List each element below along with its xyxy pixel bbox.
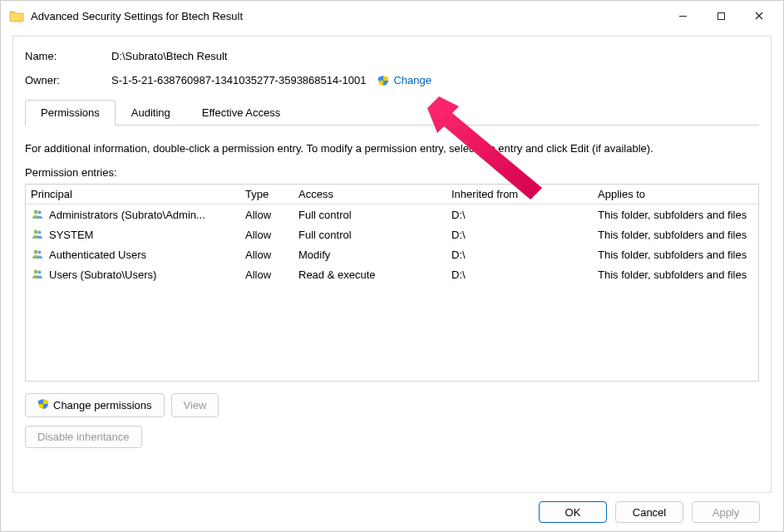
entries-label: Permission entries: (25, 166, 759, 179)
col-access[interactable]: Access (298, 188, 451, 200)
shield-icon (377, 75, 389, 86)
bottom-bar: OK Cancel Apply (12, 493, 772, 531)
svg-point-9 (37, 250, 41, 254)
name-label: Name: (25, 50, 111, 62)
cell-access: Full control (298, 229, 451, 241)
cell-inherited: D:\ (451, 268, 598, 281)
titlebar: Advanced Security Settings for Btech Res… (1, 1, 783, 31)
table-row[interactable]: SYSTEM Allow Full control D:\ This folde… (26, 224, 758, 244)
close-button[interactable] (740, 3, 778, 28)
users-icon (31, 228, 49, 241)
cell-inherited: D:\ (451, 229, 598, 241)
col-type[interactable]: Type (245, 188, 298, 200)
cell-access: Read & execute (298, 268, 451, 281)
tab-effective-access[interactable]: Effective Access (186, 100, 296, 125)
svg-point-11 (37, 270, 41, 273)
cell-inherited: D:\ (451, 209, 598, 221)
svg-point-5 (37, 210, 41, 214)
cancel-button[interactable]: Cancel (615, 501, 683, 523)
view-button[interactable]: View (171, 393, 219, 417)
button-row-2: Disable inheritance (25, 426, 759, 448)
instruction-text: For additional information, double-click… (25, 142, 759, 155)
cell-applies: This folder, subfolders and files (598, 249, 758, 261)
cell-type: Allow (245, 209, 298, 221)
disable-inheritance-label: Disable inheritance (37, 431, 130, 443)
users-icon (31, 268, 49, 281)
svg-rect-1 (717, 12, 724, 19)
content-area: Name: D:\Subrato\Btech Result Owner: S-1… (1, 31, 783, 531)
col-principal[interactable]: Principal (31, 188, 245, 200)
name-row: Name: D:\Subrato\Btech Result (25, 50, 759, 62)
change-permissions-label: Change permissions (53, 399, 152, 411)
cell-principal: Users (Subrato\Users) (49, 268, 245, 281)
owner-value: S-1-5-21-638760987-1341035277-3593868514… (111, 74, 366, 86)
tab-permissions[interactable]: Permissions (25, 100, 116, 126)
users-icon (31, 248, 49, 261)
owner-row: Owner: S-1-5-21-638760987-1341035277-359… (25, 74, 759, 86)
view-label: View (184, 399, 207, 411)
table-row[interactable]: Administrators (Subrato\Admin... Allow F… (26, 204, 758, 224)
col-applies[interactable]: Applies to (598, 188, 758, 200)
change-owner-link[interactable]: Change (393, 74, 431, 86)
button-row-1: Change permissions View (25, 393, 759, 417)
cell-access: Full control (298, 209, 451, 221)
tab-body-permissions: For additional information, double-click… (25, 126, 759, 482)
change-permissions-button[interactable]: Change permissions (25, 393, 165, 417)
folder-icon (9, 8, 24, 23)
name-value: D:\Subrato\Btech Result (111, 50, 227, 62)
window-controls (663, 3, 778, 28)
svg-point-8 (34, 250, 38, 254)
shield-icon (37, 398, 49, 412)
cell-principal: Administrators (Subrato\Admin... (49, 209, 245, 221)
cell-applies: This folder, subfolders and files (598, 209, 758, 221)
cell-applies: This folder, subfolders and files (598, 229, 758, 241)
apply-button[interactable]: Apply (692, 501, 760, 523)
ok-button[interactable]: OK (539, 501, 607, 523)
inner-panel: Name: D:\Subrato\Btech Result Owner: S-1… (12, 36, 772, 493)
svg-point-6 (34, 230, 38, 234)
owner-label: Owner: (25, 74, 111, 86)
users-icon (31, 208, 49, 221)
maximize-button[interactable] (702, 3, 740, 28)
window-title: Advanced Security Settings for Btech Res… (31, 10, 663, 22)
disable-inheritance-button[interactable]: Disable inheritance (25, 426, 142, 448)
cell-inherited: D:\ (451, 249, 598, 261)
col-inherited[interactable]: Inherited from (451, 188, 598, 200)
minimize-button[interactable] (663, 3, 702, 28)
cell-type: Allow (245, 249, 298, 261)
svg-point-7 (37, 230, 41, 234)
svg-point-10 (34, 270, 38, 274)
tabs: Permissions Auditing Effective Access (25, 100, 759, 126)
advanced-security-window: Advanced Security Settings for Btech Res… (0, 0, 784, 532)
table-row[interactable]: Users (Subrato\Users) Allow Read & execu… (26, 264, 758, 284)
tab-auditing[interactable]: Auditing (116, 100, 186, 125)
table-row[interactable]: Authenticated Users Allow Modify D:\ Thi… (26, 244, 758, 264)
svg-point-4 (34, 210, 38, 214)
cell-type: Allow (245, 229, 298, 241)
cell-access: Modify (298, 249, 451, 261)
cell-applies: This folder, subfolders and files (598, 268, 758, 281)
table-header: Principal Type Access Inherited from App… (26, 185, 758, 204)
cell-principal: Authenticated Users (49, 249, 245, 261)
cell-type: Allow (245, 268, 298, 281)
cell-principal: SYSTEM (49, 229, 245, 241)
permission-table[interactable]: Principal Type Access Inherited from App… (25, 184, 759, 382)
